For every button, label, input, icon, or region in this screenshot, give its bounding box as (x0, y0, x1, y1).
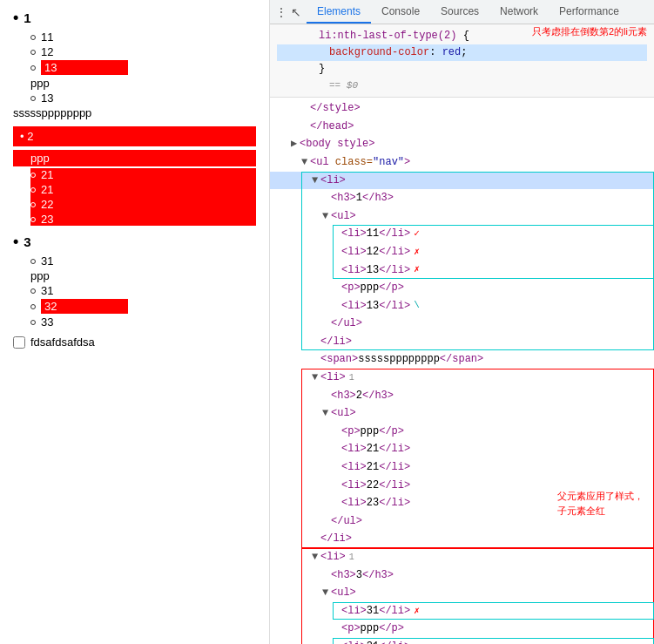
chevron-icon (333, 244, 341, 261)
line-number-3: 1 (349, 551, 354, 565)
dom-line[interactable]: <h3>3</h3> (270, 566, 654, 585)
dom-line[interactable]: </head> (270, 118, 654, 136)
dom-line[interactable]: <h3>2</h3> (270, 387, 654, 405)
tag-text: <li> (341, 603, 367, 620)
dom-line[interactable]: </li> (270, 333, 654, 351)
eq-s0: == $0 (277, 78, 647, 94)
dom-line[interactable]: <p>ppp</p> (270, 279, 654, 297)
dom-line[interactable]: <h3>1</h3> (270, 189, 654, 207)
dom-line[interactable]: ▼ <ul> (270, 584, 654, 602)
section-2-label: 2 (27, 130, 33, 143)
tab-console[interactable]: Console (371, 1, 430, 24)
chevron-icon: ▶ (291, 136, 300, 153)
dom-line[interactable]: <li>21</li> (270, 440, 654, 458)
text-content: 11 (367, 226, 379, 242)
attr-name: class= (335, 154, 373, 171)
section-1-extra: 13 (30, 92, 256, 105)
dom-line[interactable]: <li>11</li> ✓ (270, 225, 654, 243)
dom-line[interactable]: <li>12</li> ✗ (270, 243, 654, 261)
dom-line[interactable]: </ul> (270, 315, 654, 333)
cursor-icon[interactable]: ↖ (291, 5, 301, 19)
text-content: 21 (367, 441, 379, 458)
dom-line[interactable]: ▼ <ul> (270, 404, 654, 423)
text-content: ppp (361, 620, 380, 637)
css-value: red (442, 46, 462, 58)
tag-text: </h3> (362, 190, 394, 207)
circle-icon (30, 187, 36, 193)
chevron-icon (333, 495, 341, 512)
tag-text: </li> (379, 639, 410, 644)
section-3-sublist: 31 (30, 254, 256, 268)
text-content: 12 (367, 244, 379, 261)
chevron-icon: ▼ (312, 369, 320, 386)
checkbox-item: fdsafdsafdsa (13, 336, 256, 349)
chevron-icon: ▼ (301, 154, 310, 171)
text-content: 23 (367, 495, 379, 512)
dom-line[interactable]: ▼ <ul class="nav"> (270, 153, 654, 172)
section-1: • 1 11 12 13 ppp 13 ssssspppppppp (13, 9, 256, 119)
tab-elements[interactable]: Elements (307, 1, 371, 24)
left-panel: • 1 11 12 13 ppp 13 ssssspppppppp • 2 pp… (0, 0, 270, 644)
dom-line[interactable]: ▶ <body style> (270, 135, 654, 153)
chevron-icon (333, 298, 341, 315)
mark-1: ✓ (414, 227, 420, 241)
dom-line-li-1[interactable]: ▼ <li> (270, 172, 654, 190)
tag-text: </h3> (362, 567, 394, 584)
chevron-icon: ▼ (322, 585, 331, 601)
dom-line-li-3[interactable]: ▼ <li> 1 (270, 548, 654, 566)
tag-text: <p> (341, 424, 361, 440)
dom-line[interactable]: <li>13</li> \ (270, 297, 654, 315)
list-item: 33 (30, 315, 256, 329)
tab-sources[interactable]: Sources (430, 1, 489, 24)
tag-text: <li> (341, 441, 367, 458)
chevron-icon (333, 620, 341, 637)
dom-line[interactable]: <li>21</li> (270, 458, 654, 477)
dom-line-span[interactable]: <span>ssssspppppppp</span> (270, 350, 654, 369)
bullet-2: • (20, 130, 24, 143)
tag-text: </head> (310, 119, 354, 135)
item-label: 21 (41, 168, 53, 181)
dom-line[interactable]: <li>31</li> (270, 638, 654, 644)
tag-text: <ul> (331, 208, 356, 225)
tag-text: > (404, 154, 410, 171)
dom-line[interactable]: <p>ppp</p> (270, 620, 654, 638)
dom-line[interactable]: </li> (270, 530, 654, 548)
tablist-checkbox[interactable] (13, 336, 25, 349)
li-block-2: ▼ <li> 1 <h3>2</h3> ▼ <ul> <p>ppp</p> (270, 369, 654, 548)
text-content: 3 (356, 567, 362, 584)
dom-line[interactable]: <p>ppp</p> (270, 423, 654, 441)
devtools-content: li:nth-last-of-type(2) { background-colo… (270, 24, 654, 644)
chevron-icon (333, 226, 341, 242)
chevron-icon (322, 567, 331, 584)
chevron-icon (322, 315, 331, 332)
chevron-icon: ▼ (312, 173, 320, 189)
tag-text: </ul> (331, 513, 362, 530)
chevron-icon: ▼ (322, 208, 331, 225)
circle-icon (30, 217, 36, 222)
bullet-1: • (13, 9, 18, 27)
menu-icon[interactable]: ⋮ (275, 5, 287, 19)
dom-line[interactable]: <li>13</li> ✗ (270, 261, 654, 280)
list-item: 32 (30, 299, 256, 314)
item-label: 12 (41, 45, 53, 58)
tab-network[interactable]: Network (489, 1, 549, 24)
item-label: 11 (41, 31, 53, 44)
text-content: ppp (361, 280, 380, 296)
dom-line-li-2[interactable]: ▼ <li> 1 (270, 369, 654, 387)
chevron-icon (333, 459, 341, 476)
tag-text: </span> (440, 351, 483, 368)
mark-31: ✗ (414, 604, 420, 619)
list-item: 13 (30, 60, 256, 75)
attr-val: "nav" (373, 154, 404, 171)
right-panel: ⋮ ↖ Elements Console Sources Network Per… (270, 0, 654, 644)
tag-text: <li> (320, 173, 346, 189)
item-label: 31 (41, 284, 53, 297)
circle-icon (30, 173, 36, 178)
list-item: 22 (30, 198, 256, 211)
dom-line[interactable]: <li>31</li> ✗ (270, 602, 654, 620)
dom-line[interactable]: </style> (270, 99, 654, 118)
list-item: 31 (30, 284, 256, 297)
section-1-title: • 1 (13, 9, 256, 27)
tab-performance[interactable]: Performance (549, 1, 630, 24)
dom-line[interactable]: ▼ <ul> (270, 207, 654, 226)
